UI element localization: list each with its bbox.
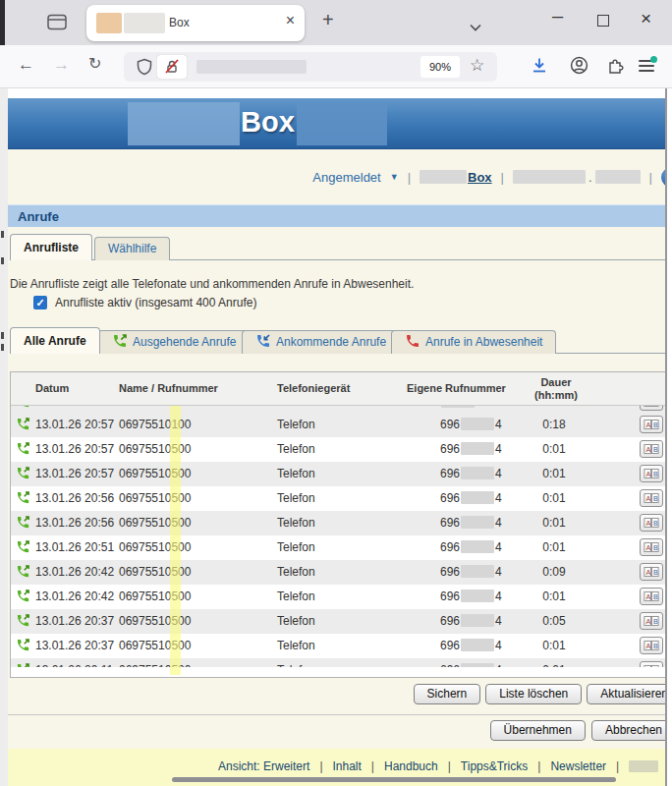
outgoing-call-icon [16, 515, 30, 533]
filter-tabs: Alle Anrufe Ausgehende Anrufe Ankommende… [10, 327, 666, 354]
tab-close-icon[interactable]: × [286, 12, 295, 29]
svg-text:B: B [653, 618, 658, 626]
call-list-active-row: ✓ Anrufliste aktiv (insgesamt 400 Anrufe… [33, 296, 256, 309]
device-name: Telefon [277, 565, 315, 579]
call-duration: 0:01 [530, 442, 579, 456]
browser-tab[interactable]: Box × [86, 5, 305, 41]
table-row: 13.01.26 20:57 06975510500 Telefon 6964 … [11, 437, 666, 462]
phonebook-icon: AB [644, 419, 659, 430]
footer-link-newsletter[interactable]: Newsletter [550, 759, 606, 773]
logged-in-label[interactable]: Angemeldet [312, 170, 380, 185]
call-duration: 0:01 [530, 540, 579, 554]
window-close-button[interactable]: × [641, 8, 651, 29]
separator: | [616, 759, 619, 773]
phonebook-button[interactable]: AB [640, 538, 663, 556]
tab-waehlhilfe[interactable]: Wählhilfe [94, 237, 170, 260]
svg-text:A: A [645, 520, 650, 528]
extensions-icon[interactable] [607, 57, 625, 79]
phonebook-button[interactable]: AB [640, 406, 663, 411]
device-name: Telefon [277, 540, 315, 554]
maximize-button[interactable] [597, 15, 609, 27]
download-icon[interactable] [531, 57, 548, 78]
cancel-button[interactable]: Abbrechen [591, 720, 666, 741]
svg-text:A: A [645, 569, 650, 577]
horizontal-scrollbar[interactable] [172, 777, 616, 782]
section-title-bar: Anrufe [8, 204, 666, 227]
back-button[interactable]: ← [18, 55, 34, 75]
window-corner [0, 0, 5, 45]
account-icon[interactable] [570, 56, 588, 79]
refresh-button[interactable]: Aktualisieren [587, 684, 666, 704]
tab-anrufliste[interactable]: Anrufliste [10, 234, 92, 260]
own-number: 6964 [440, 565, 502, 579]
phonebook-button[interactable]: AB [640, 661, 663, 667]
apply-button[interactable]: Übernehmen [490, 720, 586, 741]
own-number: 6964 [440, 442, 502, 456]
call-duration: 0:01 [530, 663, 579, 667]
save-button[interactable]: Sichern [414, 684, 481, 704]
new-tab-button[interactable]: + [322, 9, 334, 31]
browser-tab-bar: Box × + – × [0, 0, 672, 45]
phonebook-icon: AB [644, 615, 659, 627]
phonebook-button[interactable]: AB [640, 637, 663, 654]
incoming-call-icon [255, 333, 271, 349]
call-table: Datum Name / Rufnummer Telefoniegerät Ei… [10, 371, 666, 678]
clear-list-button[interactable]: Liste löschen [485, 684, 582, 704]
url-bar[interactable]: 90% ☆ [124, 52, 497, 82]
footer-link-handbuch[interactable]: Handbuch [384, 759, 438, 773]
phonebook-button[interactable]: AB [640, 416, 663, 433]
minimize-button[interactable]: – [552, 5, 563, 28]
menu-icon[interactable] [639, 60, 654, 74]
zoom-level-badge[interactable]: 90% [420, 56, 460, 78]
call-date: 13.01.26 20:51 [35, 540, 114, 554]
phonebook-icon: AB [644, 541, 659, 553]
phonebook-button[interactable]: AB [640, 489, 663, 507]
redacted-digits [461, 565, 494, 578]
redacted-user-name-2 [595, 170, 641, 184]
dropdown-arrow-icon[interactable]: ▼ [390, 172, 399, 182]
filter-tab-ausgehend[interactable]: Ausgehende Anrufe [98, 330, 250, 354]
reload-button[interactable]: ↻ [88, 54, 101, 73]
phonebook-icon: AB [644, 517, 659, 529]
call-list-active-checkbox[interactable]: ✓ [33, 296, 47, 309]
shield-icon[interactable] [136, 58, 153, 80]
outgoing-call-icon [16, 613, 30, 631]
list-tabs-chevron-icon[interactable] [470, 18, 481, 35]
blocked-lock-icon[interactable] [157, 55, 187, 79]
device-name: Telefon [277, 442, 315, 456]
box-link[interactable]: Box [468, 170, 492, 185]
redacted-url [196, 60, 307, 74]
table-row: 13.01.26 20:57 06975510500 Telefon 6964 … [11, 462, 666, 486]
phonebook-button[interactable]: AB [640, 563, 663, 581]
svg-text:B: B [653, 593, 658, 601]
firefox-view-icon[interactable] [47, 14, 67, 34]
table-body: AB 13.01.26 20:57 06975510100 Telefon 69… [11, 406, 666, 667]
filter-tab-ankommend[interactable]: Ankommende Anrufe [242, 330, 400, 354]
device-name: Telefon [277, 639, 315, 652]
phonebook-button[interactable]: AB [640, 440, 663, 458]
redacted-digits [461, 442, 494, 455]
phonebook-button[interactable]: AB [640, 514, 663, 532]
svg-text:B: B [653, 471, 658, 478]
phonebook-icon: AB [644, 443, 659, 455]
table-row: 13.01.26 20:51 06975510500 Telefon 6964 … [11, 535, 666, 560]
svg-text:A: A [645, 544, 650, 552]
phonebook-button[interactable]: AB [640, 612, 663, 630]
svg-text:B: B [653, 520, 658, 528]
call-date: 13.01.26 20:42 [35, 565, 114, 579]
name-dot: . [588, 170, 592, 185]
filter-tab-label: Ankommende Anrufe [276, 335, 386, 349]
redacted-tab-title [124, 13, 165, 33]
outgoing-call-icon [16, 638, 30, 655]
footer-link-inhalt[interactable]: Inhalt [333, 759, 362, 773]
separator: | [319, 759, 322, 773]
footer-link-tipps[interactable]: Tipps&Tricks [461, 759, 528, 773]
phonebook-button[interactable]: AB [640, 588, 663, 605]
bookmark-star-icon[interactable]: ☆ [470, 55, 484, 76]
filter-tab-alle[interactable]: Alle Anrufe [10, 327, 100, 354]
filter-tab-abwesenheit[interactable]: Anrufe in Abwesenheit [391, 330, 556, 354]
phonebook-button[interactable]: AB [640, 465, 663, 482]
footer-link-ansicht[interactable]: Ansicht: Erweitert [218, 759, 309, 773]
phonebook-icon: AB [644, 492, 659, 504]
svg-text:B: B [653, 569, 658, 577]
